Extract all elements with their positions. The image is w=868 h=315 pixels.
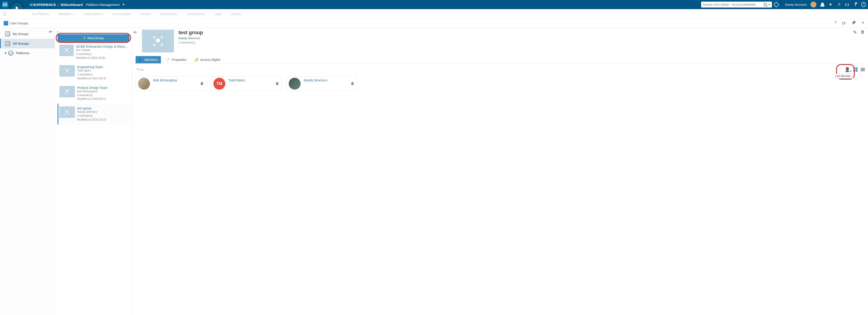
add-icon[interactable] bbox=[828, 2, 833, 7]
group-name: test group bbox=[77, 106, 106, 110]
search-input[interactable] bbox=[703, 3, 764, 6]
main-area: ⇤ My Groups All Groups Platforms ‹ + New… bbox=[0, 28, 868, 315]
network-icon[interactable] bbox=[845, 2, 849, 7]
brand-bold: EXPERIENCE bbox=[34, 3, 56, 7]
list-view-icon[interactable] bbox=[861, 68, 865, 71]
chevron-down-icon bbox=[73, 14, 74, 15]
sidebar-item-label: Platforms bbox=[16, 51, 29, 55]
member-card[interactable]: Bob McGaughey bbox=[135, 76, 206, 91]
left-sidebar: ⇤ My Groups All Groups Platforms bbox=[0, 28, 55, 315]
group-icon bbox=[5, 31, 10, 36]
edit-icon[interactable] bbox=[853, 30, 857, 35]
help-icon[interactable] bbox=[861, 2, 866, 7]
group-name: Product Design Team bbox=[77, 86, 108, 90]
globe-icon bbox=[8, 50, 13, 56]
group-icon bbox=[5, 41, 10, 46]
access-icon: 🔑 bbox=[194, 58, 198, 62]
group-owner[interactable]: Randy Simmons bbox=[179, 36, 203, 40]
subnav-search[interactable]: Search bbox=[231, 12, 241, 16]
group-owner: Todd Myers bbox=[77, 69, 106, 73]
grid-view-icon[interactable] bbox=[854, 67, 858, 72]
dashboard-title[interactable]: 3DDashboard bbox=[61, 3, 83, 7]
group-thumb-icon bbox=[59, 86, 75, 97]
panel-help-icon[interactable] bbox=[834, 21, 837, 26]
group-list-item[interactable]: test group Randy Simmons 3 member(s) Mod… bbox=[58, 104, 129, 124]
group-name: Engineering Team bbox=[77, 65, 106, 69]
tab-label: Properties bbox=[172, 58, 186, 62]
group-modified: Modified on 2020-05-12 bbox=[77, 97, 108, 101]
brand-block: 3DEXPERIENCE | 3DDashboard Platform Mana… bbox=[29, 3, 125, 7]
close-icon[interactable] bbox=[861, 21, 864, 26]
share-icon[interactable] bbox=[837, 2, 841, 7]
group-list-item[interactable]: Engineering Team Todd Myers 3 member(s) … bbox=[58, 63, 129, 83]
tab-members[interactable]: 👥 Members bbox=[135, 56, 161, 63]
search-icon[interactable] bbox=[764, 3, 767, 6]
ify-icon[interactable]: ϔ bbox=[853, 2, 858, 7]
sidebar-item-label: My Groups bbox=[13, 32, 28, 36]
panel-title: User Groups bbox=[10, 22, 28, 25]
sidebar-item-platforms[interactable]: Platforms bbox=[0, 48, 55, 58]
notifications-icon[interactable] bbox=[820, 2, 825, 7]
context-label[interactable]: Platform Management bbox=[86, 3, 120, 7]
member-name[interactable]: Todd Myers bbox=[228, 78, 245, 82]
tab-access-rights[interactable]: 🔑 Access Rights bbox=[191, 56, 224, 63]
delete-icon[interactable] bbox=[861, 30, 865, 35]
selection-icon[interactable]: ↖▭ bbox=[136, 67, 144, 72]
subnav-vocabularies[interactable]: Vocabularies bbox=[186, 12, 205, 16]
member-card[interactable]: Randy Simmons bbox=[286, 76, 357, 91]
sidebar-item-all-groups[interactable]: All Groups bbox=[0, 39, 55, 48]
refresh-icon[interactable] bbox=[842, 21, 846, 26]
global-search[interactable] bbox=[701, 2, 772, 7]
detail-tabs: 👥 Members 📄 Properties 🔑 Access Rights bbox=[135, 56, 865, 64]
collapse-detail-icon[interactable]: ⇤ bbox=[134, 30, 137, 35]
subnav-members[interactable]: Members bbox=[58, 12, 74, 16]
group-title: test group bbox=[179, 30, 203, 36]
group-member-count: 3 member(s) bbox=[179, 41, 203, 44]
tag-icon[interactable] bbox=[773, 2, 779, 7]
menu-icon[interactable]: ☰ bbox=[3, 11, 7, 16]
user-avatar[interactable] bbox=[810, 2, 816, 7]
group-owner: Don Glaske bbox=[76, 48, 128, 52]
subnav-content[interactable]: Content bbox=[140, 12, 151, 16]
remove-member-icon[interactable] bbox=[351, 81, 354, 86]
group-list-item[interactable]: ACME Enterprises Design & Manufa… Don Gl… bbox=[58, 42, 129, 63]
search-scope-chevron-icon[interactable] bbox=[768, 4, 770, 5]
brand-thin: 3D bbox=[29, 3, 34, 7]
subnav-my-platform[interactable]: My Platform bbox=[32, 12, 49, 16]
subnav-communities[interactable]: Communities bbox=[112, 12, 131, 16]
member-avatar bbox=[289, 78, 301, 90]
member-name[interactable]: Bob McGaughey bbox=[153, 78, 177, 82]
group-members: 4 member(s) bbox=[77, 94, 108, 97]
group-members: 3 member(s) bbox=[77, 73, 106, 77]
collapse-sidebar-icon[interactable]: ⇤ bbox=[49, 29, 53, 34]
sub-nav: ☰ My Platform Members Subscriptions Comm… bbox=[0, 9, 868, 19]
member-card[interactable]: TM Todd Myers bbox=[211, 76, 282, 91]
sidebar-item-label: All Groups bbox=[13, 42, 29, 45]
subnav-subscriptions[interactable]: Subscriptions bbox=[84, 12, 103, 16]
tab-label: Access Rights bbox=[200, 58, 220, 62]
chevron-down-icon[interactable] bbox=[122, 4, 125, 5]
group-thumb-icon bbox=[59, 106, 75, 118]
sidebar-item-my-groups[interactable]: My Groups bbox=[0, 29, 55, 39]
pin-icon[interactable] bbox=[851, 21, 856, 26]
tab-properties[interactable]: 📄 Properties bbox=[163, 56, 189, 63]
group-thumb-icon bbox=[59, 65, 75, 77]
group-members: 3 member(s) bbox=[76, 52, 128, 56]
remove-member-icon[interactable] bbox=[200, 81, 204, 86]
add-member-icon[interactable] bbox=[844, 67, 850, 72]
subnav-legal[interactable]: Legal bbox=[214, 12, 222, 16]
tab-label: Members bbox=[145, 58, 158, 62]
group-name: ACME Enterprises Design & Manufa… bbox=[76, 45, 128, 48]
brand-separator: | bbox=[58, 3, 59, 7]
panel-header: User Groups bbox=[0, 19, 868, 28]
expand-caret-icon bbox=[5, 52, 6, 54]
new-group-button[interactable]: + New Group bbox=[58, 34, 129, 42]
group-list-item[interactable]: Product Design Team Bob McGaughey 4 memb… bbox=[58, 83, 129, 104]
member-name[interactable]: Randy Simmons bbox=[304, 78, 327, 82]
properties-icon: 📄 bbox=[166, 58, 170, 62]
subnav-dashboards[interactable]: Dashboards bbox=[160, 12, 178, 16]
back-icon[interactable]: ‹ bbox=[57, 29, 59, 34]
group-members: 3 member(s) bbox=[77, 114, 106, 118]
current-user-name[interactable]: Randy Simmons bbox=[785, 3, 807, 6]
remove-member-icon[interactable] bbox=[276, 81, 279, 86]
